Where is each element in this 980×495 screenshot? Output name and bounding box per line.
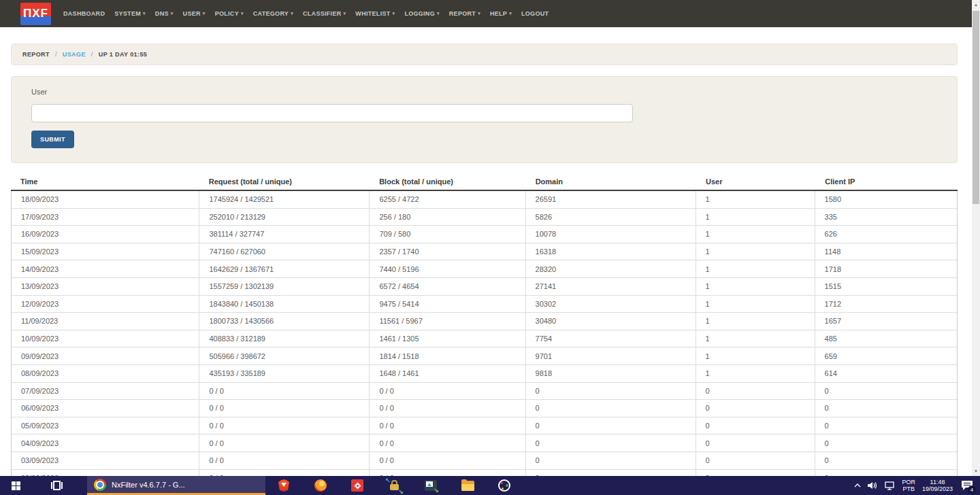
clock-date: 19/09/2023 xyxy=(922,485,953,492)
nav-item-user[interactable]: USER▾ xyxy=(183,10,206,17)
table-cell: 0 xyxy=(696,434,815,451)
table-cell: 0 / 0 xyxy=(199,400,370,417)
table-cell: 27141 xyxy=(526,278,696,295)
column-header: Block (total / unique) xyxy=(370,177,526,186)
nav-item-label: SYSTEM xyxy=(114,10,141,17)
nav-item-category[interactable]: CATEGORY▾ xyxy=(253,10,293,17)
table-cell: 04/09/2023 xyxy=(12,434,199,451)
table-cell: 0 xyxy=(526,383,696,400)
table-cell: 505966 / 398672 xyxy=(199,347,370,364)
clock-time: 11:48 xyxy=(930,479,945,485)
table-cell: 0 / 0 xyxy=(199,383,370,400)
nav-item-label: HELP xyxy=(490,10,507,17)
table-cell: 0 xyxy=(526,470,696,477)
tray-language-indicator[interactable]: POR PTB xyxy=(902,479,915,492)
table-cell: 0 xyxy=(815,383,957,400)
taskbar-file-explorer-button[interactable] xyxy=(449,476,486,495)
table-cell: 13/09/2023 xyxy=(12,278,199,295)
table-row: 08/09/2023435193 / 3351891648 / 14619818… xyxy=(12,365,957,383)
table-cell: 06/09/2023 xyxy=(12,400,199,417)
scroll-up-icon[interactable]: ▲ xyxy=(972,0,980,10)
taskbar-active-task-nxfilter[interactable]: NxFilter v4.6.7.7 - G... xyxy=(87,476,265,495)
nav-item-dashboard[interactable]: DASHBOARD xyxy=(63,10,105,17)
taskbar-assistant-app-button[interactable] xyxy=(486,476,523,495)
breadcrumb-section: REPORT xyxy=(22,51,50,58)
browser-scrollbar[interactable]: ▲ ▼ xyxy=(972,0,980,476)
nav-item-label: DASHBOARD xyxy=(63,10,105,17)
user-filter-panel: User SUBMIT xyxy=(11,76,958,163)
breadcrumb-separator: / xyxy=(91,51,93,58)
nav-item-system[interactable]: SYSTEM▾ xyxy=(114,10,146,17)
table-cell: 626 xyxy=(815,226,957,243)
task-view-button[interactable] xyxy=(41,476,72,495)
system-tray: POR PTB 11:48 19/09/2023 4 xyxy=(854,476,980,495)
nav-item-label: LOGOUT xyxy=(521,10,549,17)
task-view-icon xyxy=(51,481,63,490)
nxfilter-logo[interactable]: ΠXF xyxy=(20,3,51,25)
table-cell: 252010 / 213129 xyxy=(199,209,370,226)
table-body: 18/09/20231745924 / 14295216255 / 472226… xyxy=(11,191,958,476)
nav-item-policy[interactable]: POLICY▾ xyxy=(215,10,244,17)
table-row: 04/09/20230 / 00 / 0000 xyxy=(12,434,957,452)
nav-item-dns[interactable]: DNS▾ xyxy=(155,10,174,17)
tray-volume-button[interactable] xyxy=(868,481,878,490)
breadcrumb-usage-link[interactable]: USAGE xyxy=(63,51,86,58)
nav-item-whitelist[interactable]: WHITELIST▾ xyxy=(355,10,395,17)
taskbar-lock-transfer-app-button[interactable]: ↖ ↘ xyxy=(376,476,412,495)
table-cell: 1814 / 1518 xyxy=(370,347,525,364)
table-cell: 9701 xyxy=(526,347,696,364)
table-cell: 0 / 0 xyxy=(370,417,525,434)
table-cell: 10/09/2023 xyxy=(12,330,199,347)
folder-icon xyxy=(461,481,474,491)
taskbar-brave-button[interactable] xyxy=(265,476,302,495)
tray-chevron-up-button[interactable] xyxy=(854,483,861,488)
speaker-icon xyxy=(868,481,878,490)
nav-item-help[interactable]: HELP▾ xyxy=(490,10,512,17)
start-button[interactable] xyxy=(0,476,31,495)
table-cell: 15/09/2023 xyxy=(12,243,199,260)
nav-item-report[interactable]: REPORT▾ xyxy=(449,10,480,17)
nav-item-label: DNS xyxy=(155,10,169,17)
tray-network-button[interactable] xyxy=(885,481,895,490)
table-cell: 1642629 / 1367671 xyxy=(199,260,370,277)
taskbar-red-diamond-app-button[interactable] xyxy=(339,476,376,495)
table-cell: 0 / 0 xyxy=(199,452,370,469)
tray-clock[interactable]: 11:48 19/09/2023 xyxy=(922,479,953,492)
table-cell: 0 xyxy=(815,470,957,477)
chevron-down-icon: ▾ xyxy=(203,11,206,16)
taskbar-screenshot-app-button[interactable]: ↘ xyxy=(412,476,449,495)
table-row: 11/09/20231800733 / 143056611561 / 59673… xyxy=(12,313,957,330)
brave-icon xyxy=(278,479,289,492)
arrow-up-icon: ↖ xyxy=(385,477,391,483)
table-cell: 1 xyxy=(696,347,815,364)
scroll-down-icon[interactable]: ▼ xyxy=(972,466,980,476)
nav-item-label: WHITELIST xyxy=(355,10,390,17)
column-header: Domain xyxy=(526,177,696,186)
table-cell: 0 xyxy=(696,470,815,477)
language-line1: POR xyxy=(902,479,915,485)
table-cell: 1580 xyxy=(815,191,957,208)
table-cell: 28320 xyxy=(526,260,696,277)
table-cell: 1557259 / 1302139 xyxy=(199,278,370,295)
table-cell: 1 xyxy=(696,330,815,347)
nav-item-logout[interactable]: LOGOUT xyxy=(521,10,549,17)
table-cell: 408833 / 312189 xyxy=(199,330,370,347)
table-cell: 09/09/2023 xyxy=(12,347,199,364)
nav-item-classifier[interactable]: CLASSIFIER▾ xyxy=(303,10,346,17)
red-diamond-app-icon xyxy=(351,479,363,492)
table-cell: 0 xyxy=(696,417,815,434)
nav-menu: DASHBOARDSYSTEM▾DNS▾USER▾POLICY▾CATEGORY… xyxy=(63,10,549,17)
nav-item-logging[interactable]: LOGGING▾ xyxy=(404,10,439,17)
table-row: 09/09/2023505966 / 3986721814 / 15189701… xyxy=(12,347,957,365)
notification-center-button[interactable]: 4 xyxy=(960,479,975,492)
submit-button[interactable]: SUBMIT xyxy=(31,131,74,148)
table-cell: 0 xyxy=(526,417,696,434)
scrollbar-thumb[interactable] xyxy=(973,11,979,204)
table-cell: 1657 xyxy=(815,313,957,330)
table-cell: 1843840 / 1450138 xyxy=(199,296,370,313)
table-row: 10/09/2023408833 / 3121891461 / 13057754… xyxy=(12,330,957,348)
user-input[interactable] xyxy=(31,104,633,122)
table-row: 15/09/2023747160 / 6270602357 / 17401631… xyxy=(12,243,957,261)
table-cell: 1648 / 1461 xyxy=(370,365,525,382)
taskbar-firefox-button[interactable] xyxy=(302,476,339,495)
